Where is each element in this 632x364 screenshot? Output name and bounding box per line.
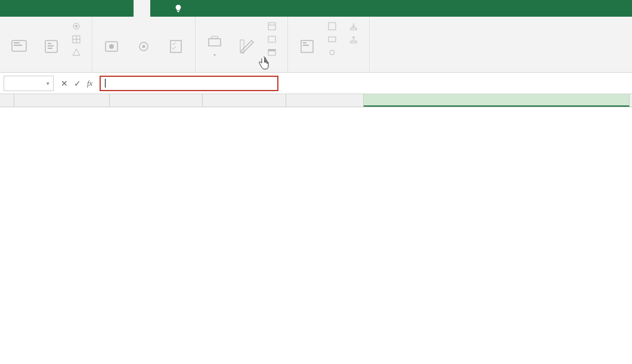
insert-control-button[interactable]: ▾	[200, 19, 229, 58]
import-icon	[349, 22, 358, 30]
toolbox-icon	[206, 33, 223, 49]
svg-rect-24	[268, 49, 275, 51]
lightbulb-icon	[174, 4, 182, 13]
tab-developer[interactable]	[134, 0, 150, 17]
import-button[interactable]	[346, 20, 364, 32]
tab-view[interactable]	[117, 0, 134, 17]
col-header-D[interactable]	[286, 94, 364, 107]
macros-icon	[43, 38, 60, 55]
tab-data[interactable]	[83, 0, 100, 17]
group-xml	[288, 17, 370, 72]
map-properties-button[interactable]	[325, 20, 343, 32]
formula-input[interactable]	[100, 76, 278, 91]
svg-rect-5	[48, 45, 54, 46]
addins-icon	[103, 38, 120, 55]
gear-icon	[135, 38, 152, 55]
ribbon-content: ▾	[0, 17, 632, 73]
ruler-pencil-icon	[238, 38, 255, 55]
relative-refs-button[interactable]	[69, 33, 87, 45]
tab-home[interactable]	[17, 0, 33, 17]
group-addins	[92, 17, 196, 72]
svg-rect-26	[303, 42, 306, 43]
map-icon	[328, 22, 336, 30]
svg-rect-27	[303, 45, 309, 46]
name-box[interactable]: ▾	[4, 76, 54, 91]
warning-icon	[72, 48, 80, 57]
tab-file[interactable]	[0, 0, 17, 17]
svg-rect-31	[351, 41, 357, 43]
col-header-E[interactable]	[364, 94, 630, 107]
design-mode-button[interactable]	[233, 19, 261, 58]
group-label-xml	[293, 69, 364, 71]
ribbon-tabs	[0, 0, 632, 17]
com-addins-button[interactable]	[162, 19, 190, 58]
run-dialog-button[interactable]	[265, 46, 283, 58]
refresh-data-button[interactable]	[325, 46, 343, 58]
select-all-corner[interactable]	[0, 94, 14, 107]
tab-pagelayout[interactable]	[50, 0, 67, 17]
code-icon	[268, 35, 276, 43]
record-icon	[72, 22, 80, 30]
chevron-down-icon: ▾	[213, 53, 216, 58]
source-icon	[299, 38, 315, 55]
export-icon	[349, 35, 358, 43]
excel-addins-button[interactable]	[129, 19, 158, 58]
svg-rect-1	[14, 42, 20, 43]
chevron-down-icon: ▾	[47, 80, 49, 86]
svg-rect-17	[209, 39, 221, 46]
group-label-controls	[200, 69, 283, 71]
spreadsheet-grid	[0, 94, 632, 107]
view-code-button[interactable]	[265, 33, 283, 45]
svg-rect-28	[329, 23, 336, 30]
svg-rect-30	[351, 28, 357, 30]
tell-me[interactable]	[167, 0, 193, 17]
column-headers	[0, 94, 632, 107]
expansion-packs-button[interactable]	[325, 33, 343, 45]
svg-point-15	[142, 45, 145, 48]
svg-point-8	[75, 25, 78, 27]
col-header-C[interactable]	[203, 94, 286, 107]
cancel-formula-button[interactable]: ✕	[61, 79, 68, 88]
dialog-icon	[268, 48, 276, 57]
tab-formulas[interactable]	[67, 0, 83, 17]
svg-rect-29	[329, 37, 336, 42]
tab-help[interactable]	[150, 0, 167, 17]
svg-rect-6	[48, 48, 52, 49]
grid-icon	[72, 35, 80, 43]
group-label-addins	[97, 69, 190, 71]
group-controls: ▾	[196, 17, 288, 72]
svg-rect-22	[268, 36, 275, 42]
enter-formula-button[interactable]: ✓	[74, 79, 81, 88]
export-button[interactable]	[346, 33, 364, 45]
visual-basic-icon	[11, 38, 27, 55]
properties-button[interactable]	[265, 20, 283, 32]
tab-insert[interactable]	[33, 0, 50, 17]
properties-icon	[268, 22, 276, 30]
formula-bar: ▾ ✕ ✓ fx	[0, 73, 632, 94]
col-header-A[interactable]	[14, 94, 110, 107]
pack-icon	[328, 35, 336, 43]
source-button[interactable]	[293, 19, 321, 58]
record-macro-button[interactable]	[69, 20, 87, 32]
svg-rect-2	[14, 45, 22, 46]
group-code	[0, 17, 92, 72]
visual-basic-button[interactable]	[5, 19, 33, 58]
fx-icon[interactable]: fx	[87, 79, 92, 88]
svg-rect-20	[268, 23, 275, 30]
svg-rect-4	[48, 43, 51, 44]
macro-security-button[interactable]	[69, 46, 87, 58]
svg-point-13	[109, 44, 114, 49]
group-label-code	[5, 69, 87, 71]
refresh-icon	[328, 48, 336, 57]
col-header-B[interactable]	[110, 94, 203, 107]
checklist-icon	[168, 38, 184, 55]
addins-button[interactable]	[97, 19, 126, 58]
tab-review[interactable]	[100, 0, 117, 17]
macros-button[interactable]	[37, 19, 66, 58]
